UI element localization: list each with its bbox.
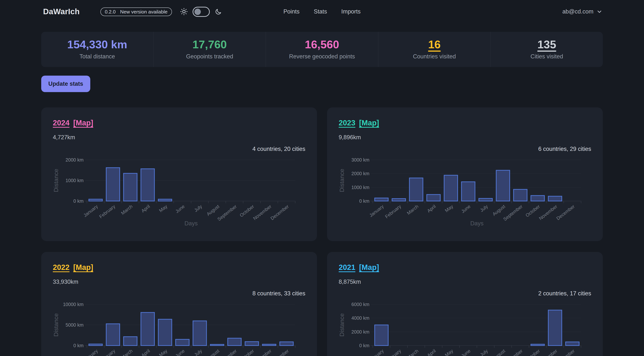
stat-reverse-geocoded: 16,560 Reverse geocoded points <box>266 32 378 67</box>
year-link-2023[interactable]: 2023 <box>339 119 355 127</box>
svg-text:August: August <box>491 348 506 356</box>
svg-text:November: November <box>538 204 558 221</box>
svg-text:April: April <box>140 204 151 214</box>
svg-text:January: January <box>82 204 99 218</box>
svg-text:October: October <box>239 204 255 218</box>
year-card-title: 2022 [Map] <box>53 263 93 272</box>
chevron-down-icon <box>597 9 602 14</box>
map-link-2021[interactable]: [Map] <box>359 263 379 272</box>
year-distance: 8,875km <box>339 279 361 285</box>
stat-countries: 16 Countries visited <box>378 32 490 67</box>
svg-text:2000 km: 2000 km <box>352 329 370 335</box>
svg-text:November: November <box>252 204 272 221</box>
svg-text:December: December <box>270 204 290 221</box>
map-link-2022[interactable]: [Map] <box>73 263 93 272</box>
svg-text:April: April <box>426 204 437 214</box>
svg-text:Days: Days <box>184 220 198 227</box>
svg-text:September: September <box>216 204 238 222</box>
year-link-2021[interactable]: 2021 <box>339 263 355 272</box>
svg-text:November: November <box>538 348 558 356</box>
svg-text:January: January <box>368 204 385 218</box>
nav-points[interactable]: Points <box>284 8 300 15</box>
svg-text:Distance: Distance <box>338 313 345 337</box>
year-link-2022[interactable]: 2022 <box>53 263 70 272</box>
svg-text:4000 km: 4000 km <box>352 315 370 321</box>
svg-text:December: December <box>556 204 576 221</box>
svg-text:Distance: Distance <box>338 169 345 192</box>
stat-geopoints: 17,760 Geopoints tracked <box>153 32 266 67</box>
year-distance: 9,896km <box>339 134 361 141</box>
version-badge[interactable]: 0.2.0 New version available <box>100 7 172 16</box>
stat-cities-label: Cities visited <box>530 53 563 60</box>
svg-text:October: October <box>239 348 255 356</box>
monthly-distance-chart-2023: 0 km1000 km2000 km3000 kmJanuaryFebruary… <box>327 151 596 241</box>
top-bar: DaWarIch 0.2.0 New version available <box>0 0 644 23</box>
year-card-title: 2023 [Map] <box>339 119 379 127</box>
year-card-2021: 2021 [Map] 8,875km 2 countries, 17 citie… <box>327 252 603 356</box>
year-card-2022: 2022 [Map] 33,930km 8 countries, 33 citi… <box>41 252 317 356</box>
svg-text:March: March <box>120 204 134 216</box>
app-logo: DaWarIch <box>43 7 80 16</box>
svg-text:July: July <box>479 348 489 356</box>
account-email: ab@cd.com <box>562 8 594 15</box>
year-card-2023: 2023 [Map] 9,896km 6 countries, 29 citie… <box>327 107 603 241</box>
svg-text:Distance: Distance <box>53 313 60 337</box>
monthly-distance-chart-2022: 0 km5000 km10000 kmJanuaryFebruaryMarchA… <box>41 296 310 356</box>
svg-text:May: May <box>158 348 168 356</box>
svg-text:May: May <box>444 204 454 213</box>
year-card-title: 2021 [Map] <box>339 263 379 272</box>
svg-text:June: June <box>174 204 186 214</box>
theme-toggle-knob <box>194 8 201 15</box>
svg-text:1000 km: 1000 km <box>66 178 84 183</box>
map-link-2023[interactable]: [Map] <box>359 119 379 127</box>
svg-text:0 km: 0 km <box>359 343 370 348</box>
svg-text:October: October <box>524 204 541 218</box>
svg-text:0 km: 0 km <box>74 198 84 204</box>
monthly-distance-chart-2021: 0 km2000 km4000 km6000 kmJanuaryFebruary… <box>327 296 596 356</box>
svg-text:July: July <box>193 348 203 356</box>
svg-text:5000 km: 5000 km <box>66 322 84 328</box>
svg-text:August: August <box>206 348 220 356</box>
theme-toggle[interactable] <box>192 6 210 17</box>
version-number: 0.2.0 <box>105 9 116 14</box>
svg-text:December: December <box>270 348 290 356</box>
svg-text:June: June <box>174 348 186 356</box>
svg-text:March: March <box>406 204 420 216</box>
svg-text:0 km: 0 km <box>74 343 84 348</box>
svg-text:10000 km: 10000 km <box>63 302 84 307</box>
year-cards-grid: 2024 [Map] 4,727km 4 countries, 20 citie… <box>41 107 603 356</box>
svg-text:July: July <box>479 204 489 213</box>
svg-text:May: May <box>158 204 168 213</box>
map-link-2024[interactable]: [Map] <box>73 119 93 127</box>
svg-text:February: February <box>98 204 116 219</box>
year-distance: 4,727km <box>53 134 75 141</box>
monthly-distance-chart-2024: 0 km1000 km2000 kmJanuaryFebruaryMarchAp… <box>41 151 310 241</box>
svg-text:0 km: 0 km <box>359 198 370 204</box>
svg-text:Days: Days <box>470 220 484 227</box>
stat-cities-link[interactable]: 135 <box>538 39 556 50</box>
app-root: DaWarIch 0.2.0 New version available <box>0 0 644 356</box>
svg-text:January: January <box>368 348 385 356</box>
svg-text:2000 km: 2000 km <box>352 171 370 176</box>
svg-text:December: December <box>556 348 576 356</box>
svg-text:April: April <box>426 348 437 356</box>
nav-stats[interactable]: Stats <box>314 8 327 15</box>
stat-cities: 135 Cities visited <box>490 32 603 67</box>
svg-text:March: March <box>120 348 134 356</box>
nav-imports[interactable]: Imports <box>341 8 360 15</box>
stat-geopoints-value: 17,760 <box>192 39 227 50</box>
account-menu[interactable]: ab@cd.com <box>562 8 602 15</box>
svg-text:March: March <box>406 348 420 356</box>
svg-text:February: February <box>384 348 402 356</box>
main-nav: Points Stats Imports <box>284 8 360 15</box>
stat-total-distance-label: Total distance <box>80 53 115 60</box>
svg-text:1000 km: 1000 km <box>352 185 370 190</box>
svg-text:June: June <box>460 204 472 214</box>
svg-text:January: January <box>82 348 99 356</box>
svg-text:Distance: Distance <box>53 169 60 192</box>
svg-text:November: November <box>252 348 272 356</box>
stat-countries-link[interactable]: 16 <box>428 39 441 50</box>
update-stats-button[interactable]: Update stats <box>41 76 90 92</box>
year-link-2024[interactable]: 2024 <box>53 119 70 127</box>
svg-text:August: August <box>206 204 220 217</box>
